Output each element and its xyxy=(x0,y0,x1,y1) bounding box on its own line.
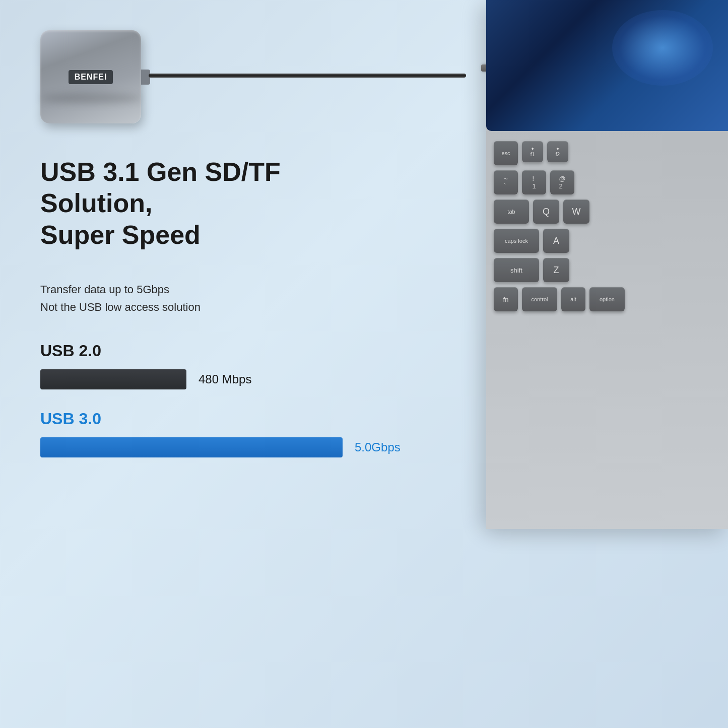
laptop: esc ✦f1 ✦f2 ~` xyxy=(446,0,728,554)
desc-line1: Transfer data up to 5Gbps xyxy=(40,283,169,296)
desc-line2: Not the USB low access solution xyxy=(40,301,201,313)
key-row-caps: caps lock A xyxy=(494,229,720,253)
laptop-body: esc ✦f1 ✦f2 ~` xyxy=(486,0,728,529)
key-row-num: ~` !1 @2 xyxy=(494,170,720,194)
usb30-label: USB 3.0 xyxy=(40,410,383,428)
key-row-tab: tab Q W xyxy=(494,200,720,224)
screen-glow xyxy=(612,10,713,86)
key-tab[interactable]: tab xyxy=(494,200,529,224)
laptop-screen xyxy=(486,0,728,131)
product-headline: USB 3.1 Gen SD/TF Solution, Super Speed xyxy=(40,156,383,250)
adapter-device: BENFEI xyxy=(40,30,151,131)
usb30-bar xyxy=(40,437,343,457)
key-option[interactable]: option xyxy=(589,287,625,311)
adapter-shadow xyxy=(40,93,141,103)
product-scene: BENFEI esc ✦f1 xyxy=(0,0,728,728)
brand-label: BENFEI xyxy=(69,70,113,84)
usb30-speed: 5.0Gbps xyxy=(355,440,401,454)
usb30-section: USB 3.0 5.0Gbps xyxy=(40,410,383,457)
key-row-fn: esc ✦f1 ✦f2 xyxy=(494,141,720,165)
key-2[interactable]: @2 xyxy=(550,170,574,194)
usb20-bar xyxy=(40,369,186,389)
keyboard: esc ✦f1 ✦f2 ~` xyxy=(486,131,728,529)
usb20-label: USB 2.0 xyxy=(40,342,383,360)
key-control[interactable]: control xyxy=(522,287,557,311)
key-1[interactable]: !1 xyxy=(522,170,546,194)
key-tilde[interactable]: ~` xyxy=(494,170,518,194)
key-esc[interactable]: esc xyxy=(494,141,518,165)
key-shift[interactable]: shift xyxy=(494,258,539,282)
usb20-speed: 480 Mbps xyxy=(198,372,251,386)
product-content: USB 3.1 Gen SD/TF Solution, Super Speed … xyxy=(40,156,383,478)
usb-cable xyxy=(149,71,466,81)
key-q[interactable]: Q xyxy=(533,200,559,224)
usb20-section: USB 2.0 480 Mbps xyxy=(40,342,383,389)
key-caps[interactable]: caps lock xyxy=(494,229,539,253)
key-f1[interactable]: ✦f1 xyxy=(522,141,543,162)
key-fn[interactable]: fn xyxy=(494,287,518,311)
headline-line2: Super Speed xyxy=(40,220,201,249)
cable-body xyxy=(149,74,466,78)
keyboard-rows: esc ✦f1 ✦f2 ~` xyxy=(486,131,728,326)
usb30-bar-row: 5.0Gbps xyxy=(40,437,383,457)
usb20-bar-row: 480 Mbps xyxy=(40,369,383,389)
key-row-shift: shift Z xyxy=(494,258,720,282)
key-z[interactable]: Z xyxy=(543,258,569,282)
headline-line1: USB 3.1 Gen SD/TF Solution, xyxy=(40,157,281,218)
key-alt[interactable]: alt xyxy=(561,287,585,311)
adapter-body: BENFEI xyxy=(40,30,141,123)
key-a[interactable]: A xyxy=(543,229,569,253)
key-row-modifiers: fn control alt option xyxy=(494,287,720,311)
key-f2[interactable]: ✦f2 xyxy=(547,141,568,162)
key-w[interactable]: W xyxy=(563,200,589,224)
product-description: Transfer data up to 5Gbps Not the USB lo… xyxy=(40,281,383,316)
